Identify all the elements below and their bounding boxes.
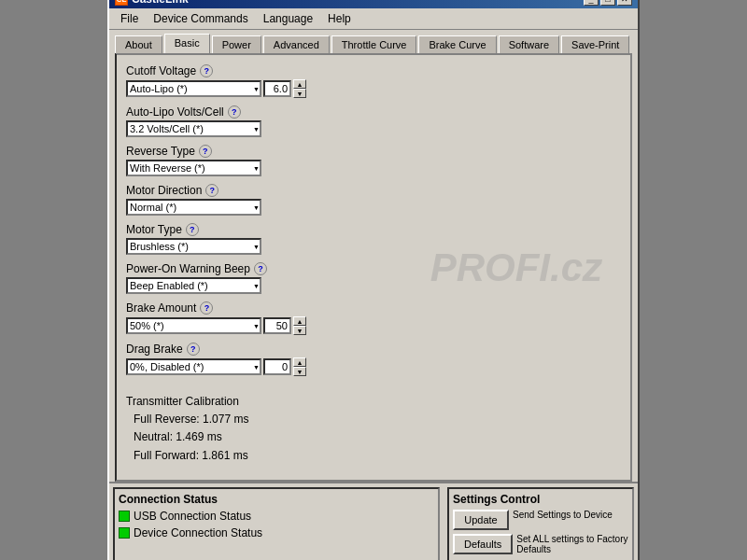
motor-direction-help-icon[interactable]: ?	[205, 184, 218, 197]
app-icon: CL	[115, 0, 128, 6]
cutoff-voltage-label: Cutoff Voltage ?	[126, 64, 621, 77]
menu-device-commands[interactable]: Device Commands	[146, 10, 255, 27]
motor-type-help-icon[interactable]: ?	[186, 223, 199, 236]
tab-bar: About Basic Power Advanced Throttle Curv…	[109, 30, 638, 53]
drag-brake-spin-down[interactable]: ▼	[293, 367, 306, 376]
cutoff-voltage-select[interactable]: Auto-Lipo (*)	[126, 80, 261, 97]
maximize-button[interactable]: □	[600, 0, 615, 6]
cutoff-voltage-select-wrapper: Auto-Lipo (*)	[126, 80, 261, 97]
device-led	[119, 527, 130, 539]
menu-file[interactable]: File	[113, 10, 146, 27]
drag-brake-select[interactable]: 0%, Disabled (*)	[126, 358, 261, 375]
defaults-button[interactable]: Defaults	[453, 534, 513, 554]
auto-lipo-row: 3.2 Volts/Cell (*)	[126, 120, 621, 137]
reverse-type-select-wrapper: With Reverse (*)	[126, 160, 261, 176]
power-on-warning-help-icon[interactable]: ?	[254, 262, 267, 275]
power-on-warning-select[interactable]: Beep Enabled (*)	[126, 277, 261, 294]
reverse-type-help-icon[interactable]: ?	[199, 145, 212, 158]
title-buttons: _ □ ✕	[584, 0, 632, 6]
motor-direction-label: Motor Direction ?	[126, 184, 621, 197]
motor-type-group: Motor Type ? Brushless (*)	[126, 223, 621, 255]
auto-lipo-select[interactable]: 3.2 Volts/Cell (*)	[126, 120, 261, 137]
motor-direction-select-wrapper: Normal (*)	[126, 199, 261, 216]
motor-type-label: Motor Type ?	[126, 223, 621, 236]
title-bar-left: CL CastleLink	[115, 0, 189, 6]
brake-amount-label: Brake Amount ?	[126, 301, 621, 315]
motor-direction-group: Motor Direction ? Normal (*)	[126, 184, 621, 216]
brake-amount-spinner: ▲ ▼	[293, 316, 306, 335]
brake-amount-select-wrapper: 50% (*)	[126, 317, 261, 334]
update-button[interactable]: Update	[453, 510, 509, 530]
reverse-type-select[interactable]: With Reverse (*)	[126, 160, 261, 176]
window-title: CastleLink	[132, 0, 189, 6]
reverse-type-group: Reverse Type ? With Reverse (*)	[126, 145, 621, 176]
device-connection-item: Device Connection Status	[119, 526, 434, 539]
brake-amount-row: 50% (*) ▲ ▼	[126, 316, 621, 335]
menu-bar: File Device Commands Language Help	[109, 8, 638, 30]
cutoff-voltage-spin-up[interactable]: ▲	[293, 79, 306, 89]
auto-lipo-label: Auto-Lipo Volts/Cell ?	[126, 105, 621, 119]
menu-help[interactable]: Help	[320, 10, 359, 27]
drag-brake-number[interactable]	[263, 358, 291, 375]
connection-status-title: Connection Status	[119, 493, 434, 506]
reverse-type-row: With Reverse (*)	[126, 160, 621, 176]
calibration-neutral: Neutral: 1.469 ms	[134, 428, 621, 446]
motor-direction-select[interactable]: Normal (*)	[126, 199, 261, 216]
usb-connection-item: USB Connection Status	[119, 510, 434, 523]
calibration-title: Transmitter Calibration	[126, 395, 621, 408]
power-on-warning-select-wrapper: Beep Enabled (*)	[126, 277, 261, 294]
usb-connection-label: USB Connection Status	[134, 510, 251, 523]
brake-amount-group: Brake Amount ? 50% (*) ▲ ▼	[126, 301, 621, 335]
drag-brake-help-icon[interactable]: ?	[187, 343, 200, 356]
tab-about[interactable]: About	[115, 35, 162, 53]
defaults-description: Set ALL settings to Factory Defaults	[516, 534, 628, 554]
update-description: Send Settings to Device	[513, 510, 628, 530]
cutoff-voltage-group: Cutoff Voltage ? Auto-Lipo (*) ▲ ▼	[126, 64, 621, 98]
drag-brake-spinner: ▲ ▼	[293, 357, 306, 376]
reverse-type-label: Reverse Type ?	[126, 145, 621, 158]
calibration-section: Transmitter Calibration Full Reverse: 1.…	[126, 389, 621, 470]
minimize-button[interactable]: _	[584, 0, 599, 6]
auto-lipo-select-wrapper: 3.2 Volts/Cell (*)	[126, 120, 261, 137]
cutoff-voltage-number[interactable]	[263, 80, 291, 97]
main-window: CL CastleLink _ □ ✕ File Device Commands…	[107, 0, 640, 560]
drag-brake-row: 0%, Disabled (*) ▲ ▼	[126, 357, 621, 376]
brake-amount-help-icon[interactable]: ?	[200, 301, 213, 315]
motor-type-select[interactable]: Brushless (*)	[126, 238, 261, 255]
tab-advanced[interactable]: Advanced	[263, 35, 330, 53]
content-area: PROFI.cz Cutoff Voltage ? Auto-Lipo (*) …	[115, 53, 632, 482]
drag-brake-label: Drag Brake ?	[126, 343, 621, 356]
status-bar: Connection Status USB Connection Status …	[109, 482, 638, 560]
power-on-warning-group: Power-On Warning Beep ? Beep Enabled (*)	[126, 262, 621, 294]
brake-amount-number[interactable]	[263, 317, 291, 334]
cutoff-voltage-spinner: ▲ ▼	[293, 79, 306, 98]
usb-led	[119, 511, 130, 522]
settings-control-panel: Settings Control Update Send Settings to…	[447, 487, 634, 560]
tab-power[interactable]: Power	[212, 35, 261, 53]
brake-amount-select[interactable]: 50% (*)	[126, 317, 261, 334]
menu-language[interactable]: Language	[256, 10, 320, 27]
tab-save-print[interactable]: Save-Print	[561, 35, 629, 53]
close-button[interactable]: ✕	[617, 0, 632, 6]
tab-software[interactable]: Software	[499, 35, 559, 53]
brake-amount-spin-up[interactable]: ▲	[293, 316, 306, 326]
device-connection-label: Device Connection Status	[134, 526, 262, 539]
calibration-full-reverse: Full Reverse: 1.077 ms	[134, 411, 621, 428]
cutoff-voltage-spin-down[interactable]: ▼	[293, 89, 306, 98]
brake-amount-spin-down[interactable]: ▼	[293, 326, 306, 335]
drag-brake-spin-up[interactable]: ▲	[293, 357, 306, 367]
motor-type-row: Brushless (*)	[126, 238, 621, 255]
auto-lipo-help-icon[interactable]: ?	[228, 105, 241, 119]
motor-type-select-wrapper: Brushless (*)	[126, 238, 261, 255]
calibration-full-forward: Full Forward: 1.861 ms	[134, 447, 621, 465]
tab-throttle-curve[interactable]: Throttle Curve	[331, 35, 417, 53]
tab-basic[interactable]: Basic	[164, 34, 210, 53]
power-on-warning-row: Beep Enabled (*)	[126, 277, 621, 294]
update-row: Update Send Settings to Device	[453, 510, 628, 530]
tab-brake-curve[interactable]: Brake Curve	[418, 35, 496, 53]
auto-lipo-group: Auto-Lipo Volts/Cell ? 3.2 Volts/Cell (*…	[126, 105, 621, 137]
connection-status-panel: Connection Status USB Connection Status …	[113, 487, 440, 560]
drag-brake-select-wrapper: 0%, Disabled (*)	[126, 358, 261, 375]
title-bar: CL CastleLink _ □ ✕	[109, 0, 638, 8]
cutoff-voltage-help-icon[interactable]: ?	[200, 64, 213, 77]
